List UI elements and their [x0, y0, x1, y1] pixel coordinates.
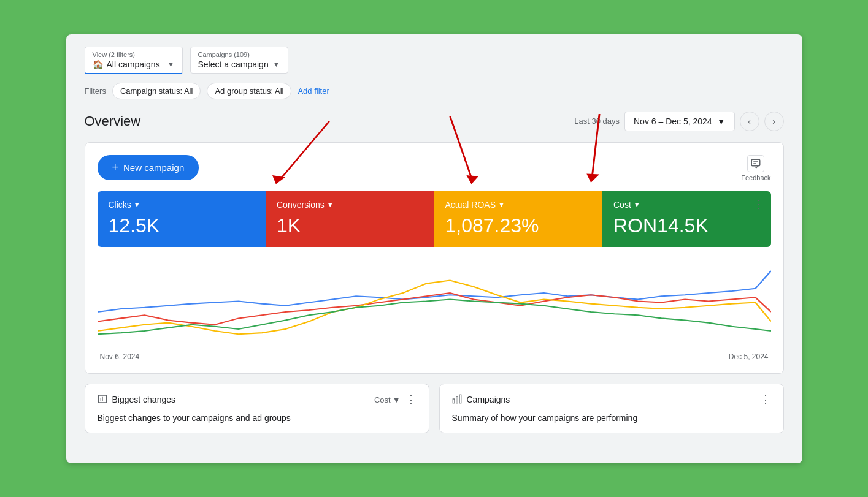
campaigns-card: Campaigns ⋮ Summary of how your campaign…	[439, 384, 784, 433]
conversions-metric: Conversions ▼ 1K	[266, 191, 434, 247]
svg-rect-0	[752, 159, 761, 166]
ad-group-status-filter[interactable]: Ad group status: All	[207, 83, 291, 99]
campaign-status-filter[interactable]: Campaign status: All	[112, 83, 201, 99]
metrics-more-options-button[interactable]: ⋮	[753, 199, 764, 210]
feedback-icon	[747, 155, 764, 172]
home-icon: 🏠	[93, 59, 103, 69]
view-value: 🏠 All campaigns	[93, 59, 160, 69]
prev-date-button[interactable]: ‹	[740, 112, 759, 131]
campaigns-more-options[interactable]: ⋮	[760, 394, 771, 405]
conversions-value: 1K	[277, 214, 423, 237]
biggest-changes-header: Biggest changes Cost ▼ ⋮	[98, 394, 417, 406]
clicks-dropdown-icon[interactable]: ▼	[134, 201, 140, 208]
campaigns-description: Summary of how your campaigns are perfor…	[452, 413, 771, 423]
cost-label: Cost ▼	[613, 200, 760, 210]
clicks-metric: Clicks ▼ 12.5K	[98, 191, 266, 247]
view-arrow-icon: ▼	[167, 60, 175, 69]
new-campaign-button[interactable]: + New campaign	[98, 155, 199, 180]
biggest-changes-actions: Cost ▼ ⋮	[374, 394, 417, 405]
chart-dates: Nov 6, 2024 Dec 5, 2024	[98, 352, 771, 361]
campaigns-arrow-icon: ▼	[273, 60, 280, 69]
line-chart	[98, 252, 771, 350]
campaigns-card-title: Campaigns	[452, 394, 510, 406]
biggest-changes-title: Biggest changes	[98, 394, 176, 406]
metrics-wrapper: Clicks ▼ 12.5K Conversions ▼ 1K Actual R…	[98, 191, 771, 247]
date-range-button[interactable]: Nov 6 – Dec 5, 2024 ▼	[624, 112, 735, 131]
last-days-label: Last 30 days	[574, 116, 620, 126]
filters-bar: Filters Campaign status: All Ad group st…	[85, 83, 784, 99]
chart-start-date: Nov 6, 2024	[100, 352, 140, 361]
chart-end-date: Dec 5, 2024	[729, 352, 769, 361]
cost-metric: Cost ▼ RON14.5K ⋮	[602, 191, 771, 247]
svg-rect-13	[456, 396, 458, 403]
cost-dropdown-icon[interactable]: ▼	[634, 201, 640, 208]
campaigns-label: Campaigns (109)	[198, 51, 280, 58]
roas-metric: Actual ROAS ▼ 1,087.23%	[434, 191, 603, 247]
cost-filter-dropdown[interactable]: Cost ▼	[374, 395, 401, 404]
filters-label: Filters	[85, 86, 106, 96]
plus-icon: +	[112, 161, 119, 174]
clicks-value: 12.5K	[109, 214, 255, 237]
campaigns-card-header: Campaigns ⋮	[452, 394, 771, 406]
view-label: View (2 filters)	[93, 51, 175, 58]
overview-title: Overview	[85, 113, 141, 129]
metrics-row: Clicks ▼ 12.5K Conversions ▼ 1K Actual R…	[98, 191, 771, 247]
conversions-dropdown-icon[interactable]: ▼	[327, 201, 334, 208]
date-controls: Last 30 days Nov 6 – Dec 5, 2024 ▼ ‹ ›	[574, 112, 783, 131]
roas-dropdown-icon[interactable]: ▼	[498, 201, 505, 208]
biggest-changes-icon	[98, 394, 107, 406]
biggest-changes-description: Biggest changes to your campaigns and ad…	[98, 413, 417, 423]
conversions-label: Conversions ▼	[277, 200, 423, 210]
roas-value: 1,087.23%	[445, 214, 592, 237]
main-content-card: + New campaign Feedback	[85, 142, 784, 374]
svg-rect-14	[459, 395, 461, 403]
cost-value: RON14.5K	[613, 214, 760, 237]
overview-header: Overview Last 30 days Nov 6 – Dec 5, 202…	[85, 112, 784, 131]
next-date-button[interactable]: ›	[764, 112, 784, 131]
roas-label: Actual ROAS ▼	[445, 200, 592, 210]
view-dropdown[interactable]: View (2 filters) 🏠 All campaigns ▼	[85, 47, 183, 74]
campaigns-dropdown[interactable]: Campaigns (109) Select a campaign ▼	[190, 47, 288, 74]
feedback-area: Feedback	[741, 155, 770, 181]
chart-area	[98, 252, 771, 350]
date-range-arrow-icon: ▼	[717, 116, 726, 126]
biggest-changes-more-options[interactable]: ⋮	[405, 394, 417, 405]
campaigns-value: Select a campaign	[198, 59, 269, 69]
bottom-cards: Biggest changes Cost ▼ ⋮ Biggest changes…	[85, 384, 784, 433]
add-filter-button[interactable]: Add filter	[298, 86, 329, 96]
top-bar: View (2 filters) 🏠 All campaigns ▼ Campa…	[85, 47, 784, 74]
svg-rect-12	[453, 399, 455, 403]
cost-arrow-icon: ▼	[393, 395, 401, 404]
clicks-label: Clicks ▼	[109, 200, 255, 210]
feedback-button[interactable]: Feedback	[741, 155, 770, 181]
campaigns-chart-icon	[452, 394, 462, 406]
date-range-value: Nov 6 – Dec 5, 2024	[634, 116, 712, 126]
biggest-changes-card: Biggest changes Cost ▼ ⋮ Biggest changes…	[85, 384, 429, 433]
